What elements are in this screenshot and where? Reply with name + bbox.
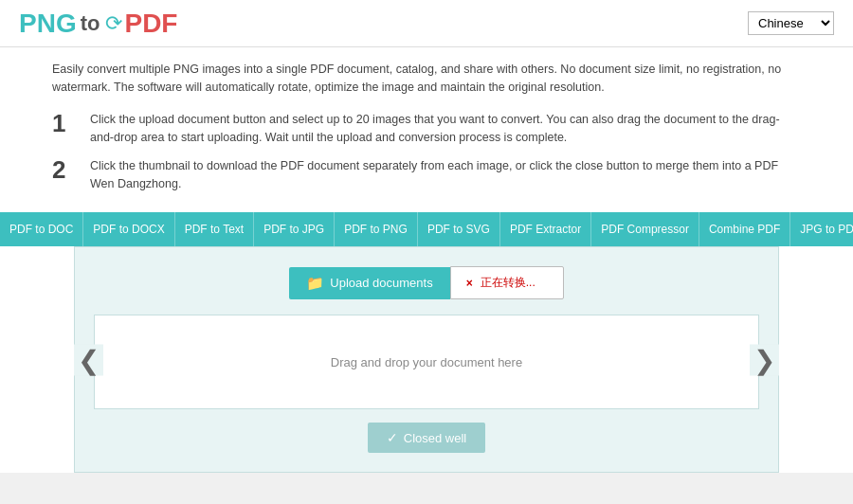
steps: 1 Click the upload document button and s… (0, 111, 853, 213)
nav-item[interactable]: PDF Compressor (591, 212, 699, 246)
step-1-text: Click the upload document button and sel… (90, 111, 801, 148)
upload-button[interactable]: 📁 Upload documents (289, 267, 449, 299)
close-btn-label: Closed well (404, 431, 466, 445)
status-text: 正在转换... (481, 275, 535, 291)
step-1: 1 Click the upload document button and s… (52, 111, 801, 148)
step-2-number: 2 (52, 157, 81, 182)
main-content: Easily convert multiple PNG images into … (0, 47, 853, 473)
folder-icon: 📁 (306, 275, 324, 292)
content-wrapper: ❮ 📁 Upload documents × 正在转换... Drag and … (0, 246, 853, 473)
nav-item[interactable]: Combine PDF (699, 212, 790, 246)
logo-pdf: PDF (124, 9, 177, 39)
left-arrow[interactable]: ❮ (74, 344, 103, 375)
header: PNG to ⟳ PDF ChineseEnglishJapaneseKorea… (0, 0, 853, 47)
nav-item[interactable]: PDF to PNG (335, 212, 418, 246)
logo-arrow: ⟳ (105, 11, 122, 36)
right-arrow[interactable]: ❯ (750, 344, 779, 375)
nav-item[interactable]: PDF to DOC (0, 212, 83, 246)
upload-status: × 正在转换... (450, 266, 564, 299)
drop-area[interactable]: Drag and drop your document here (94, 315, 759, 409)
upload-section: 📁 Upload documents × 正在转换... Drag and dr… (74, 246, 779, 473)
nav-item[interactable]: PDF to DOCX (83, 212, 174, 246)
logo-to: to (81, 11, 100, 36)
upload-btn-label: Upload documents (330, 276, 432, 290)
nav-item[interactable]: PDF to SVG (418, 212, 500, 246)
upload-bar: 📁 Upload documents × 正在转换... (289, 266, 563, 299)
logo: PNG to ⟳ PDF (19, 9, 177, 39)
check-icon: ✓ (387, 430, 398, 445)
step-1-number: 1 (52, 111, 81, 135)
nav-item[interactable]: PDF to Text (175, 212, 254, 246)
nav-item[interactable]: PDF to JPG (254, 212, 335, 246)
nav-bar: PDF to DOCPDF to DOCXPDF to TextPDF to J… (0, 212, 853, 246)
logo-png: PNG (19, 9, 77, 39)
step-2-text: Click the thumbnail to download the PDF … (90, 157, 801, 194)
status-x[interactable]: × (466, 277, 473, 290)
close-button[interactable]: ✓ Closed well (368, 423, 485, 453)
nav-item[interactable]: JPG to PDF (790, 212, 853, 246)
step-2: 2 Click the thumbnail to download the PD… (52, 157, 801, 194)
nav-item[interactable]: PDF Extractor (500, 212, 591, 246)
description: Easily convert multiple PNG images into … (0, 47, 853, 111)
description-text: Easily convert multiple PNG images into … (52, 61, 801, 98)
language-select[interactable]: ChineseEnglishJapaneseKoreanFrenchGerman… (748, 11, 834, 35)
drop-text: Drag and drop your document here (331, 355, 522, 369)
